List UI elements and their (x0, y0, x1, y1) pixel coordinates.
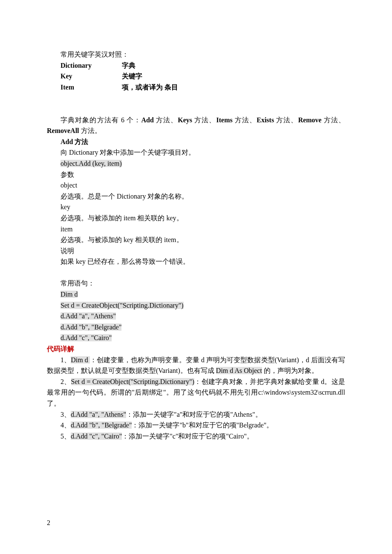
text: 方法、 (274, 116, 298, 124)
code-inline: d.Add "c", "Cairo" (61, 334, 112, 341)
text: 2、 (61, 378, 71, 385)
text: ：添加一关键字"a"和对应于它的项"Athens"。 (126, 411, 262, 418)
glossary-row-dictionary: Dictionary 字典 (47, 60, 345, 71)
code-inline: Dim d (61, 291, 78, 298)
glossary-def: 项，或者译为 条目 (122, 82, 178, 93)
code-line-4: d.Add "b", "Belgrade" (47, 322, 345, 333)
code-line-3: d.Add "a", "Athens" (47, 311, 345, 322)
params-label: 参数 (47, 169, 345, 180)
document-page: 常用关键字英汉对照： Dictionary 字典 Key 关键字 Item 项，… (0, 0, 392, 554)
glossary-row-item: Item 项，或者译为 条目 (47, 82, 345, 93)
code-inline: d.Add "b", "Belgrade" (61, 323, 121, 331)
glossary-row-key: Key 关键字 (47, 71, 345, 82)
text: 方法、 (233, 116, 257, 124)
code-inline: Dim d (71, 356, 90, 364)
glossary-term: Dictionary (61, 60, 122, 71)
glossary-term: Item (61, 82, 122, 93)
param-item-desc: 必选项。与被添加的 key 相关联的 item。 (47, 234, 345, 245)
detail-item-1: 1、Dim d ：创建变量，也称为声明变量。变量 d 声明为可变型数据类型(Va… (47, 355, 345, 376)
code-inline: d.Add "a", "Athens" (61, 312, 116, 320)
text: 方法、 (322, 116, 345, 124)
method-exists: Exists (257, 116, 274, 124)
text: 方法、 (154, 116, 178, 124)
code-inline: d.Add "c", "Cairo" (71, 433, 122, 440)
detail-heading: 代码详解 (47, 343, 345, 355)
text: 字典对象的方法有 6 个： (61, 116, 141, 124)
text: 4、 (61, 421, 71, 429)
method-keys: Keys (178, 116, 192, 124)
code-inline: d.Add "b", "Belgrade" (71, 421, 132, 429)
code-inline: Dim d As Object (216, 367, 262, 374)
heading-text: 代码详解 (47, 345, 74, 352)
param-object-desc: 必选项。总是一个 Dictionary 对象的名称。 (47, 191, 345, 202)
glossary-term: Key (61, 71, 122, 82)
code-line-2: Set d = CreateObject("Scripting.Dictiona… (47, 300, 345, 311)
page-number: 2 (47, 517, 50, 528)
code-inline: object.Add (key, item) (61, 160, 122, 167)
method-removeall: RemoveAll (47, 127, 79, 134)
param-object-label: object (47, 180, 345, 191)
code-line-5: d.Add "c", "Cairo" (47, 332, 345, 343)
detail-item-2: 2、Set d = CreateObject("Scripting.Dictio… (47, 376, 345, 409)
code-inline: Set d = CreateObject("Scripting.Dictiona… (71, 378, 194, 385)
glossary-def: 关键字 (122, 71, 142, 82)
param-key-desc: 必选项。与被添加的 item 相关联的 key。 (47, 213, 345, 224)
glossary-def: 字典 (122, 60, 135, 71)
usage-heading: 常用语句： (47, 278, 345, 289)
method-items: Items (216, 116, 233, 124)
param-key-label: key (47, 202, 345, 213)
code-inline: d.Add "a", "Athens" (71, 411, 126, 418)
note-desc: 如果 key 已经存在，那么将导致一个错误。 (47, 256, 345, 267)
text: 3、 (61, 411, 71, 418)
method-add: Add (141, 116, 153, 124)
param-item-label: item (47, 224, 345, 235)
text: 1、 (61, 356, 71, 364)
code-line-1: Dim d (47, 289, 345, 300)
text: 方法、 (192, 116, 216, 124)
code-inline: Set d = CreateObject("Scripting.Dictiona… (61, 302, 184, 309)
add-method-desc: 向 Dictionary 对象中添加一个关键字项目对。 (47, 147, 345, 158)
methods-intro: 字典对象的方法有 6 个：Add 方法、Keys 方法、Items 方法、Exi… (47, 115, 345, 136)
text: ：添加一关键字"b"和对应于它的项"Belgrade"。 (132, 421, 273, 429)
add-method-title: Add 方法 (47, 136, 345, 147)
detail-item-4: 4、d.Add "b", "Belgrade"：添加一关键字"b"和对应于它的项… (47, 420, 345, 431)
glossary-heading: 常用关键字英汉对照： (47, 49, 345, 60)
text: 5、 (61, 433, 71, 440)
text: 的，声明为对象。 (262, 367, 318, 374)
note-label: 说明 (47, 245, 345, 257)
text: ：添加一关键字"c"和对应于它的项"Cairo"。 (122, 433, 254, 440)
add-method-syntax: object.Add (key, item) (47, 158, 345, 169)
method-remove: Remove (298, 116, 322, 124)
text: 方法。 (79, 127, 101, 134)
detail-item-5: 5、d.Add "c", "Cairo"：添加一关键字"c"和对应于它的项"Ca… (47, 431, 345, 442)
detail-item-3: 3、d.Add "a", "Athens"：添加一关键字"a"和对应于它的项"A… (47, 409, 345, 420)
